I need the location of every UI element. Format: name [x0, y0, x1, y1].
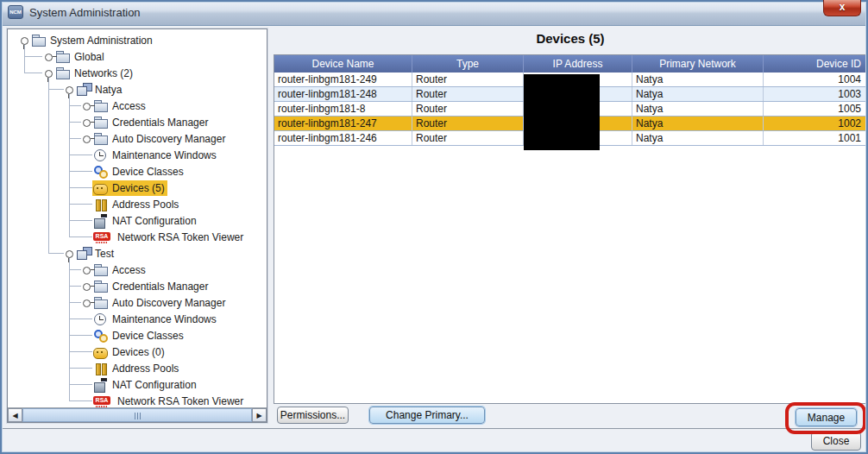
table-cell: router-linbgm181-249 — [274, 73, 412, 86]
tree-indent-spacer — [80, 363, 92, 375]
tree-item-label: NAT Configuration — [112, 379, 197, 391]
close-button[interactable]: Close — [811, 432, 861, 451]
tree-item-label: Devices (0) — [112, 346, 165, 358]
tree-item-devices-0[interactable]: Devices (0) — [8, 344, 267, 360]
tree-item-label: Credentials Manager — [112, 117, 208, 129]
table-cell: router-linbgm181-248 — [274, 87, 412, 101]
tree-item-system-administration[interactable]: System Administration — [8, 32, 267, 48]
expand-handle-icon[interactable] — [80, 281, 92, 293]
change-primary-button[interactable]: Change Primary... — [369, 407, 485, 424]
tree-item-label: Network RSA Token Viewer — [117, 395, 243, 407]
tree-item-label: Access — [112, 264, 146, 276]
collapse-handle-icon[interactable] — [63, 248, 75, 260]
tree-item-global[interactable]: Global — [8, 48, 267, 65]
network-icon — [76, 247, 91, 261]
scroll-right-arrow-icon[interactable]: ▶ — [252, 408, 267, 422]
scrollbar-thumb[interactable] — [22, 408, 252, 422]
tree-item-label: Natya — [95, 84, 122, 96]
table-cell: Natya — [632, 73, 764, 86]
rsa-icon — [93, 230, 114, 244]
tree-item-credentials-manager[interactable]: Credentials Manager — [8, 114, 267, 130]
tree-item-auto-discovery-manager[interactable]: Auto Discovery Manager — [8, 130, 267, 147]
tree-item-label: Device Classes — [112, 330, 184, 342]
permissions-button[interactable]: Permissions... — [277, 407, 349, 424]
tree-item-devices-5[interactable]: Devices (5) — [8, 180, 267, 196]
expand-handle-icon[interactable] — [80, 264, 92, 276]
tree-indent-spacer — [80, 149, 92, 161]
expand-handle-icon[interactable] — [80, 133, 92, 145]
table-cell: 1001 — [764, 131, 866, 145]
devices-icon — [93, 181, 109, 195]
table-cell: Router — [412, 131, 524, 145]
window-close-button[interactable]: x — [823, 0, 861, 16]
tree-indent-spacer — [80, 199, 92, 211]
folder-icon — [93, 296, 109, 310]
tree-indent-spacer — [80, 166, 92, 178]
tree-indent-spacer — [80, 215, 92, 227]
manage-button[interactable]: Manage — [796, 408, 857, 426]
devices-icon — [93, 345, 109, 359]
tree-item-label: Devices (5) — [112, 182, 165, 194]
collapse-handle-icon[interactable] — [18, 35, 30, 47]
table-cell: Natya — [632, 102, 764, 116]
tree-item-access[interactable]: Access — [8, 262, 267, 278]
tree-item-address-pools[interactable]: Address Pools — [8, 196, 267, 212]
tree-item-nat-configuration[interactable]: NAT Configuration — [8, 212, 267, 229]
app-icon: NCM — [8, 5, 23, 19]
collapse-handle-icon[interactable] — [63, 84, 75, 96]
column-header-primary-network[interactable]: Primary Network — [632, 55, 764, 73]
folder-icon — [93, 280, 109, 293]
tree-item-networks-2[interactable]: Networks (2) — [8, 65, 267, 81]
expand-handle-icon[interactable] — [80, 100, 92, 112]
tree-item-label: Maintenance Windows — [112, 313, 217, 325]
tree-item-network-rsa-token-viewer[interactable]: Network RSA Token Viewer — [8, 393, 267, 407]
tree-item-label: Device Classes — [112, 166, 184, 178]
tree-item-label: Network RSA Token Viewer — [117, 231, 243, 243]
pools-icon — [93, 198, 109, 211]
nat-icon — [93, 214, 109, 228]
table-cell: Router — [412, 73, 524, 86]
collapse-handle-icon[interactable] — [42, 67, 54, 79]
expand-handle-icon[interactable] — [42, 51, 54, 63]
column-header-ip-address[interactable]: IP Address — [524, 55, 632, 73]
tree-item-label: Address Pools — [112, 199, 179, 211]
tree-item-device-classes[interactable]: Device Classes — [8, 163, 267, 180]
tree-item-maintenance-windows[interactable]: Maintenance Windows — [8, 147, 267, 163]
page-title: Devices (5) — [274, 31, 866, 50]
expand-handle-icon[interactable] — [80, 117, 92, 129]
column-header-type[interactable]: Type — [412, 55, 524, 73]
tree-item-natya[interactable]: Natya — [8, 81, 267, 98]
table-cell: Natya — [632, 117, 764, 130]
column-header-device-id[interactable]: Device ID — [764, 55, 866, 73]
tree-item-credentials-manager[interactable]: Credentials Manager — [8, 278, 267, 294]
tree-item-label: Access — [112, 100, 146, 112]
table-cell: Natya — [632, 87, 764, 101]
close-x-icon: x — [840, 1, 846, 13]
tree-item-device-classes[interactable]: Device Classes — [8, 327, 267, 344]
tree-horizontal-scrollbar[interactable]: ◀ ▶ — [8, 407, 267, 422]
tree-indent-spacer — [80, 231, 92, 243]
window-title: System Administration — [29, 0, 141, 26]
table-cell: Router — [412, 102, 524, 116]
keys-icon — [93, 329, 109, 343]
tree-item-access[interactable]: Access — [8, 98, 267, 114]
scroll-left-arrow-icon[interactable]: ◀ — [8, 408, 22, 422]
tree-item-label: Test — [95, 248, 114, 260]
table-cell: router-linbgm181-8 — [274, 102, 412, 116]
tree-indent-spacer — [80, 330, 92, 342]
table-cell: Natya — [632, 131, 764, 145]
tree-item-maintenance-windows[interactable]: Maintenance Windows — [8, 311, 267, 327]
tree-item-network-rsa-token-viewer[interactable]: Network RSA Token Viewer — [8, 229, 267, 245]
column-header-device-name[interactable]: Device Name — [274, 55, 412, 73]
keys-icon — [93, 165, 109, 179]
tree-item-label: Credentials Manager — [112, 281, 208, 293]
table-cell: Router — [412, 87, 524, 101]
tree-item-test[interactable]: Test — [8, 245, 267, 262]
folder-icon — [93, 132, 109, 146]
tree-item-auto-discovery-manager[interactable]: Auto Discovery Manager — [8, 294, 267, 311]
expand-handle-icon[interactable] — [80, 297, 92, 309]
title-bar[interactable]: NCM System Administration — [0, 0, 868, 26]
tree-item-nat-configuration[interactable]: NAT Configuration — [8, 376, 267, 393]
folder-icon — [55, 50, 71, 64]
tree-item-address-pools[interactable]: Address Pools — [8, 360, 267, 376]
